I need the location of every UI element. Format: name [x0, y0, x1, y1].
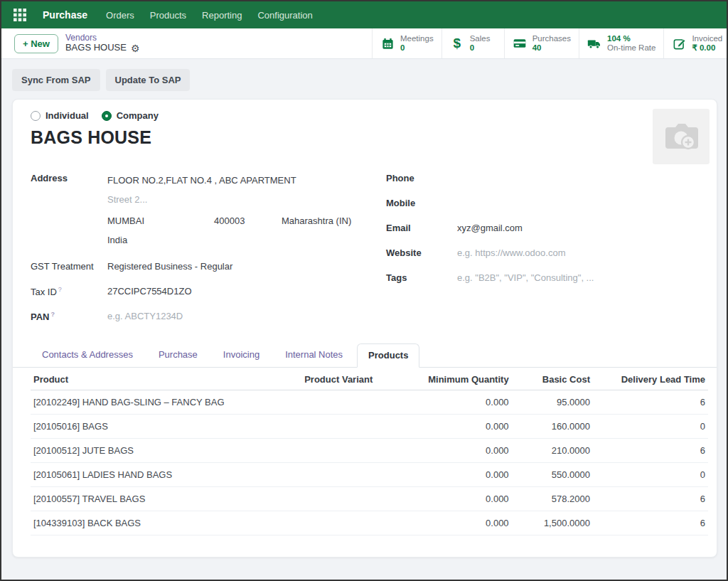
- gst-treatment-select[interactable]: Registered Business - Regular: [107, 259, 232, 272]
- radio-company[interactable]: Company: [102, 110, 159, 121]
- form-sheet: Individual Company BAGS HOUSE Address: [12, 99, 717, 558]
- nav-item-configuration[interactable]: Configuration: [257, 10, 312, 21]
- radio-individual-label: Individual: [46, 110, 89, 121]
- gst-treatment-label: GST Treatment: [31, 259, 107, 272]
- radio-individual-icon[interactable]: [31, 111, 41, 121]
- stat-ontime-rate-button[interactable]: 104 %On-time Rate: [579, 28, 663, 58]
- table-row[interactable]: [20100512] JUTE BAGS0.000210.00006: [31, 439, 708, 463]
- tags-row: Tags e.g. "B2B", "VIP", "Consulting", ..…: [386, 270, 708, 289]
- phone-row: Phone: [386, 171, 708, 189]
- cell-product-variant: [301, 463, 396, 487]
- col-header-basic-cost[interactable]: Basic Cost: [512, 368, 593, 390]
- mobile-row: Mobile: [386, 196, 708, 214]
- cell-basic-cost: 578.2000: [512, 487, 593, 511]
- apps-grid-icon[interactable]: [13, 8, 27, 22]
- cell-product-variant: [301, 487, 396, 511]
- breadcrumb-vendors-link[interactable]: Vendors: [65, 33, 140, 43]
- tags-input[interactable]: e.g. "B2B", "VIP", "Consulting", ...: [457, 270, 594, 283]
- nav-item-orders[interactable]: Orders: [106, 10, 134, 21]
- cell-product-variant: [301, 415, 396, 439]
- cell-minimum-quantity: 0.000: [397, 463, 512, 487]
- website-label: Website: [386, 245, 457, 258]
- radio-company-icon[interactable]: [102, 111, 112, 121]
- cell-basic-cost: 160.0000: [512, 415, 593, 439]
- stat-sales-button[interactable]: $ Sales0: [441, 28, 504, 58]
- zip-input[interactable]: 400003: [214, 209, 282, 230]
- cell-basic-cost: 95.0000: [512, 390, 593, 415]
- vendor-name-field[interactable]: BAGS HOUSE: [31, 127, 708, 148]
- stat-value: 104 %: [607, 34, 655, 43]
- stat-meetings-button[interactable]: Meetings0: [372, 28, 441, 58]
- website-input[interactable]: e.g. https://www.odoo.com: [457, 245, 565, 258]
- street2-input[interactable]: Street 2...: [107, 190, 365, 209]
- stat-invoiced-button[interactable]: Invoiced₹ 0.00: [663, 28, 727, 58]
- email-input[interactable]: xyz@gmail.com: [457, 220, 523, 233]
- col-header-delivery-lead-time[interactable]: Delivery Lead Time: [593, 368, 708, 390]
- cell-product: [20102249] HAND BAG-SLING – FANCY BAG: [31, 390, 301, 415]
- cell-minimum-quantity: 0.000: [397, 511, 512, 535]
- stat-value: 0: [470, 43, 491, 53]
- tab-internal-notes[interactable]: Internal Notes: [274, 343, 354, 367]
- update-to-sap-button[interactable]: Update To SAP: [106, 69, 191, 91]
- cell-minimum-quantity: 0.000: [397, 390, 512, 415]
- table-row[interactable]: [20105016] BAGS0.000160.00000: [31, 415, 708, 439]
- cell-basic-cost: 550.0000: [512, 463, 593, 487]
- notebook-tabs: Contacts & Addresses Purchase Invoicing …: [13, 343, 717, 368]
- tab-purchase[interactable]: Purchase: [147, 343, 209, 367]
- app-window: Purchase Orders Products Reporting Confi…: [0, 0, 728, 581]
- action-button-row: Sync From SAP Update To SAP: [12, 69, 727, 91]
- pan-input[interactable]: e.g. ABCTY1234D: [107, 309, 183, 321]
- state-select[interactable]: Maharashtra (IN): [282, 209, 365, 230]
- cell-product: [20100512] JUTE BAGS: [31, 439, 301, 463]
- new-button[interactable]: + New: [14, 34, 58, 53]
- cell-delivery-lead-time: 6: [593, 439, 708, 463]
- tags-label: Tags: [386, 270, 457, 283]
- nav-app-purchase[interactable]: Purchase: [43, 9, 87, 21]
- nav-item-products[interactable]: Products: [150, 10, 186, 21]
- top-navbar: Purchase Orders Products Reporting Confi…: [1, 1, 727, 28]
- tab-products[interactable]: Products: [357, 343, 419, 368]
- stat-label: On-time Rate: [607, 43, 655, 53]
- cell-delivery-lead-time: 0: [593, 463, 708, 487]
- table-row[interactable]: [20102249] HAND BAG-SLING – FANCY BAG0.0…: [31, 390, 708, 415]
- tax-id-input[interactable]: 27CCIPC7554D1ZO: [107, 284, 192, 297]
- tab-invoicing[interactable]: Invoicing: [212, 343, 271, 367]
- website-row: Website e.g. https://www.odoo.com: [386, 245, 708, 264]
- nav-item-reporting[interactable]: Reporting: [202, 10, 242, 21]
- stat-button-bar: Meetings0 $ Sales0 Purchases40: [372, 28, 727, 58]
- tab-contacts-addresses[interactable]: Contacts & Addresses: [31, 343, 144, 367]
- pan-label: PAN?: [31, 309, 107, 322]
- stat-purchases-button[interactable]: Purchases40: [504, 28, 579, 58]
- left-column: Address FLOOR NO.2,FLAT NO.4 , ABC APART…: [31, 171, 365, 334]
- table-row[interactable]: [20100557] TRAVEL BAGS0.000578.20006: [31, 487, 708, 511]
- tax-id-label: Tax ID?: [31, 284, 107, 297]
- stat-label: Purchases: [532, 34, 571, 43]
- breadcrumb-current: BAGS HOUSE: [65, 43, 127, 53]
- products-table: Product Product Variant Minimum Quantity…: [31, 368, 708, 535]
- company-type-selector: Individual Company: [31, 110, 708, 121]
- stat-label: Sales: [470, 34, 491, 43]
- control-panel: + New Vendors BAGS HOUSE ⚙: [1, 28, 727, 59]
- col-header-product-variant[interactable]: Product Variant: [301, 368, 396, 390]
- right-column: Phone Mobile Email xyz@gmail.com Website…: [386, 171, 708, 334]
- gear-icon[interactable]: ⚙: [131, 43, 140, 53]
- city-input[interactable]: MUMBAI: [107, 209, 214, 230]
- col-header-product[interactable]: Product: [31, 368, 301, 390]
- table-row[interactable]: [104339103] BACK BAGS0.0001,500.00006: [31, 511, 708, 535]
- cell-product: [20100557] TRAVEL BAGS: [31, 487, 301, 511]
- table-row[interactable]: [20105061] LADIES HAND BAGS0.000550.0000…: [31, 463, 708, 487]
- products-tbody: [20102249] HAND BAG-SLING – FANCY BAG0.0…: [31, 390, 708, 535]
- sync-from-sap-button[interactable]: Sync From SAP: [12, 69, 100, 91]
- cell-minimum-quantity: 0.000: [397, 487, 512, 511]
- cell-product-variant: [301, 439, 396, 463]
- country-select[interactable]: India: [107, 230, 365, 250]
- address-label: Address: [31, 171, 107, 183]
- col-header-minimum-quantity[interactable]: Minimum Quantity: [397, 368, 512, 390]
- truck-icon: [587, 36, 601, 50]
- street-input[interactable]: FLOOR NO.2,FLAT NO.4 , ABC APARTMENT: [107, 171, 365, 190]
- table-header-row: Product Product Variant Minimum Quantity…: [31, 368, 708, 390]
- radio-individual[interactable]: Individual: [31, 110, 89, 121]
- vendor-image-placeholder[interactable]: [653, 109, 710, 164]
- cell-delivery-lead-time: 6: [593, 390, 708, 415]
- stat-value: 0: [400, 43, 434, 53]
